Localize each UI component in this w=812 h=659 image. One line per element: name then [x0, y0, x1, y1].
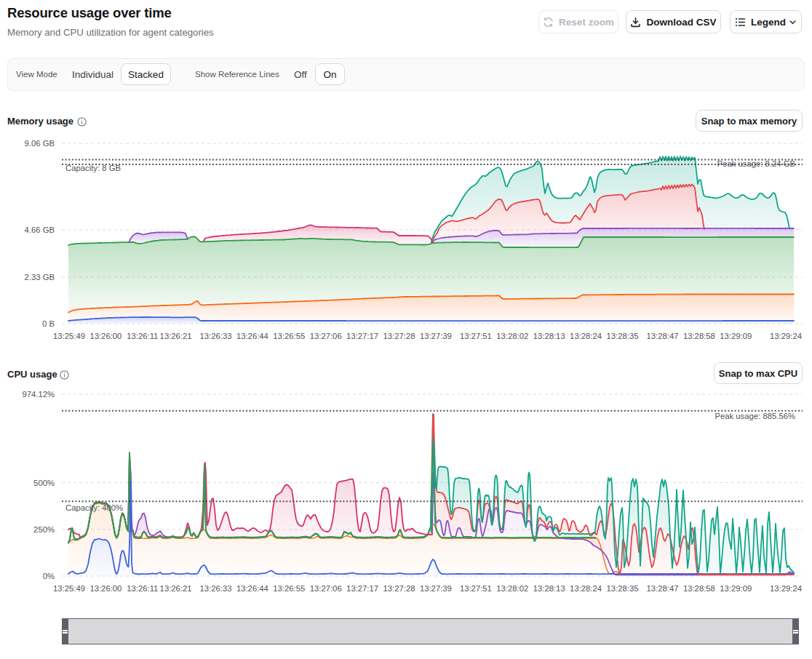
svg-text:13:28:24: 13:28:24 [570, 584, 602, 593]
svg-text:13:26:00: 13:26:00 [89, 332, 122, 340]
svg-text:Capacity: 400%: Capacity: 400% [65, 503, 123, 512]
svg-text:0%: 0% [43, 572, 55, 580]
svg-text:13:28:47: 13:28:47 [647, 584, 679, 593]
svg-text:13:28:35: 13:28:35 [607, 584, 639, 593]
svg-text:13:26:21: 13:26:21 [160, 584, 192, 593]
svg-text:13:27:06: 13:27:06 [310, 584, 342, 593]
svg-text:13:26:11: 13:26:11 [127, 332, 158, 340]
svg-text:13:27:39: 13:27:39 [420, 584, 452, 593]
svg-text:13:26:44: 13:26:44 [236, 584, 268, 593]
svg-text:13:28:02: 13:28:02 [496, 332, 528, 340]
svg-text:13:26:55: 13:26:55 [273, 584, 305, 593]
svg-text:974.12%: 974.12% [22, 390, 55, 399]
svg-text:13:28:24: 13:28:24 [570, 332, 602, 340]
svg-text:13:29:24: 13:29:24 [770, 584, 802, 593]
svg-text:13:25:49: 13:25:49 [53, 332, 85, 340]
svg-text:13:26:00: 13:26:00 [89, 584, 122, 593]
svg-text:13:29:24: 13:29:24 [770, 332, 802, 340]
svg-text:13:28:58: 13:28:58 [683, 584, 715, 593]
svg-text:500%: 500% [33, 479, 55, 487]
svg-text:9.06 GB: 9.06 GB [25, 139, 55, 148]
svg-text:13:26:11: 13:26:11 [127, 584, 158, 593]
svg-text:13:26:33: 13:26:33 [200, 584, 232, 593]
svg-text:13:29:09: 13:29:09 [720, 332, 752, 340]
svg-text:0 B: 0 B [42, 319, 55, 328]
svg-text:13:28:47: 13:28:47 [647, 332, 679, 340]
svg-text:13:27:17: 13:27:17 [346, 332, 378, 340]
svg-text:4.66 GB: 4.66 GB [25, 225, 55, 234]
svg-text:13:26:44: 13:26:44 [236, 332, 268, 340]
svg-text:13:26:55: 13:26:55 [273, 332, 305, 340]
svg-text:250%: 250% [33, 525, 55, 534]
svg-text:Peak usage: 885.56%: Peak usage: 885.56% [715, 412, 795, 420]
svg-text:13:28:35: 13:28:35 [607, 332, 639, 340]
svg-text:13:27:28: 13:27:28 [383, 332, 415, 340]
svg-text:13:27:06: 13:27:06 [310, 332, 342, 340]
svg-text:13:27:28: 13:27:28 [383, 584, 415, 593]
svg-text:2.33 GB: 2.33 GB [25, 273, 55, 281]
svg-text:13:27:39: 13:27:39 [420, 332, 452, 340]
svg-text:13:25:49: 13:25:49 [53, 584, 85, 593]
svg-text:13:28:13: 13:28:13 [533, 332, 565, 340]
svg-text:13:27:51: 13:27:51 [460, 332, 492, 340]
svg-text:13:28:13: 13:28:13 [533, 584, 565, 593]
svg-text:13:26:33: 13:26:33 [200, 332, 232, 340]
svg-text:13:28:58: 13:28:58 [683, 332, 715, 340]
svg-text:13:29:09: 13:29:09 [720, 584, 752, 593]
svg-text:13:27:51: 13:27:51 [460, 584, 492, 593]
svg-text:13:27:17: 13:27:17 [346, 584, 378, 593]
svg-text:13:28:02: 13:28:02 [496, 584, 528, 593]
svg-text:13:26:21: 13:26:21 [160, 332, 192, 340]
